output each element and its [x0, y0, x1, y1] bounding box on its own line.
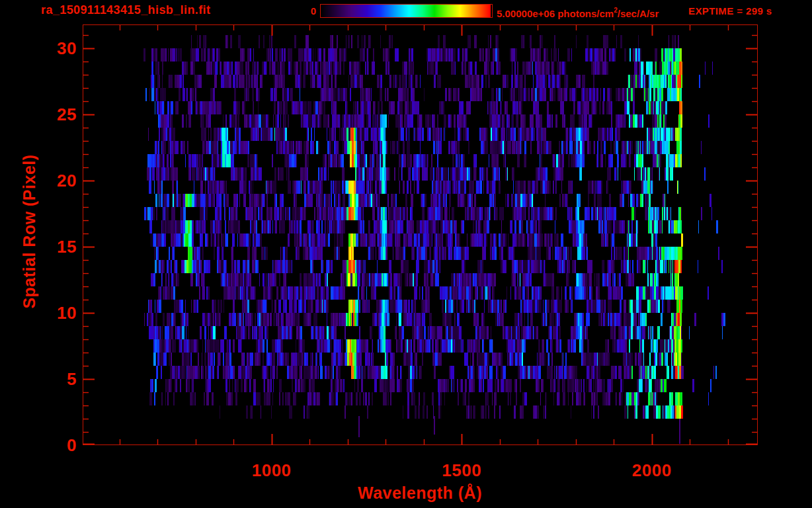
- file-title: ra_150911143415_hisb_lin.fit: [41, 3, 210, 17]
- y-tick-label: 25: [37, 105, 77, 124]
- exptime-label: EXPTIME = 299 s: [688, 5, 772, 17]
- colorbar-max-value: 5.00000e+06: [497, 8, 555, 19]
- y-tick-label: 30: [37, 38, 77, 58]
- colorbar-unit-suffix: /sec/A/sr: [618, 8, 659, 19]
- y-tick-label: 10: [37, 303, 77, 323]
- y-tick-label: 20: [37, 171, 77, 190]
- y-axis-title: Spatial Row (Pixel): [20, 132, 40, 331]
- heatmap-canvas: [83, 25, 757, 444]
- plot-frame: [83, 24, 758, 445]
- colorbar-unit-prefix: photons/cm: [555, 8, 614, 19]
- spectrogram-viewer: ra_150911143415_hisb_lin.fit 0 5.00000e+…: [0, 0, 812, 508]
- x-axis-title: Wavelength (Å): [321, 484, 519, 503]
- y-tick-label: 0: [37, 435, 77, 455]
- x-tick-label: 1000: [242, 460, 302, 480]
- colorbar-unit-superscript: 2: [614, 7, 618, 14]
- colorbar-gradient: [321, 5, 491, 17]
- x-tick-label: 1500: [432, 460, 491, 480]
- colorbar-min-label: 0: [284, 5, 316, 17]
- colorbar: [320, 4, 493, 18]
- x-tick-label: 2000: [622, 460, 682, 480]
- colorbar-max-label: 5.00000e+06 photons/cm2/sec/A/sr: [497, 5, 659, 20]
- y-tick-label: 15: [37, 237, 77, 257]
- y-tick-label: 5: [37, 369, 77, 389]
